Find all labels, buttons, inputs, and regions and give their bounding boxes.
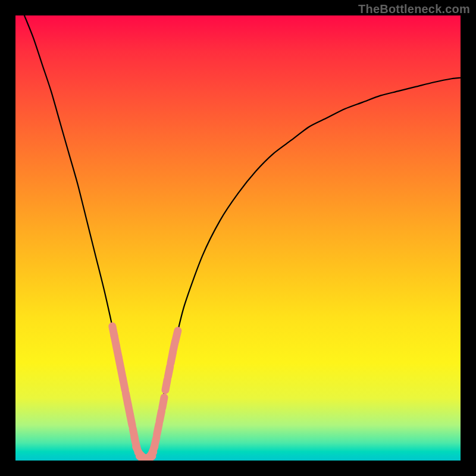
curve-marker <box>168 367 170 377</box>
chart-frame: TheBottleneck.com <box>0 0 476 476</box>
marker-layer <box>112 326 178 460</box>
curve-marker <box>157 424 159 435</box>
curve-marker <box>159 411 162 421</box>
curve-marker <box>123 380 126 390</box>
curve-marker <box>165 380 167 390</box>
curve-marker <box>162 397 164 408</box>
bottleneck-curve <box>24 15 461 460</box>
plot-area <box>15 15 461 461</box>
curve-marker <box>130 415 133 426</box>
curve-marker <box>176 331 178 342</box>
curve-svg <box>15 15 461 461</box>
curve-marker <box>154 437 156 448</box>
watermark-text: TheBottleneck.com <box>358 2 470 16</box>
